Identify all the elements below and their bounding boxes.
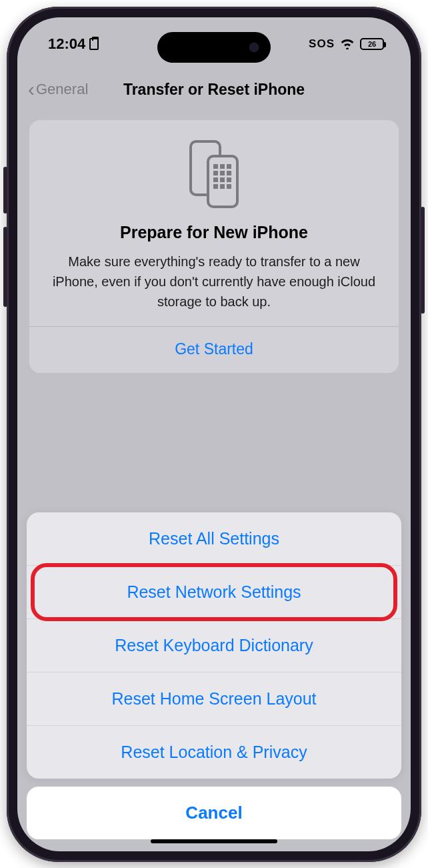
volume-up-button[interactable] [3,167,7,213]
battery-icon: 26 [360,38,384,50]
sim-icon [89,38,99,50]
reset-home-screen-layout-button[interactable]: Reset Home Screen Layout [27,673,401,726]
svg-rect-4 [227,164,231,169]
transfer-phones-icon [44,137,384,211]
back-button[interactable]: ‹ General [28,79,88,99]
prepare-card: Prepare for New iPhone Make sure everyth… [29,120,399,373]
action-sheet-group: Reset All Settings Reset Network Setting… [27,512,401,779]
svg-rect-7 [227,171,231,175]
svg-rect-12 [220,184,225,189]
svg-rect-5 [213,171,218,175]
svg-rect-13 [227,184,231,189]
reset-location-privacy-button[interactable]: Reset Location & Privacy [27,726,401,779]
svg-rect-11 [213,184,218,189]
svg-rect-10 [227,177,231,182]
status-left: 12:04 [48,35,99,53]
svg-rect-6 [220,171,225,175]
svg-rect-9 [220,177,225,182]
volume-down-button[interactable] [3,227,7,307]
power-button[interactable] [421,207,425,314]
reset-all-settings-button[interactable]: Reset All Settings [27,512,401,566]
cancel-button[interactable]: Cancel [27,787,401,839]
back-label: General [36,81,88,98]
chevron-left-icon: ‹ [28,79,35,99]
sheet-item-label: Reset Keyboard Dictionary [115,636,313,655]
phone-frame: 12:04 SOS 26 ‹ General Transfer or Reset… [7,7,421,862]
sheet-item-label: Reset Location & Privacy [121,743,307,761]
status-time: 12:04 [48,35,85,53]
screen: 12:04 SOS 26 ‹ General Transfer or Reset… [17,17,411,851]
get-started-button[interactable]: Get Started [44,327,384,373]
sheet-item-label: Reset Network Settings [127,582,301,601]
sheet-item-label: Reset Home Screen Layout [111,689,316,708]
sos-indicator: SOS [309,37,335,51]
card-title: Prepare for New iPhone [44,223,384,242]
action-sheet: Reset All Settings Reset Network Setting… [17,512,411,851]
wifi-icon [340,39,355,49]
status-right: SOS 26 [309,37,384,51]
card-description: Make sure everything's ready to transfer… [44,252,384,326]
svg-rect-2 [213,164,218,169]
battery-percent: 26 [368,40,376,48]
home-indicator[interactable] [151,839,277,843]
reset-network-settings-button[interactable]: Reset Network Settings [27,566,401,619]
svg-rect-3 [220,164,225,169]
nav-header: ‹ General Transfer or Reset iPhone [17,71,411,108]
dynamic-island [157,32,271,63]
reset-keyboard-dictionary-button[interactable]: Reset Keyboard Dictionary [27,619,401,673]
svg-rect-8 [213,177,218,182]
sheet-item-label: Reset All Settings [149,529,279,548]
